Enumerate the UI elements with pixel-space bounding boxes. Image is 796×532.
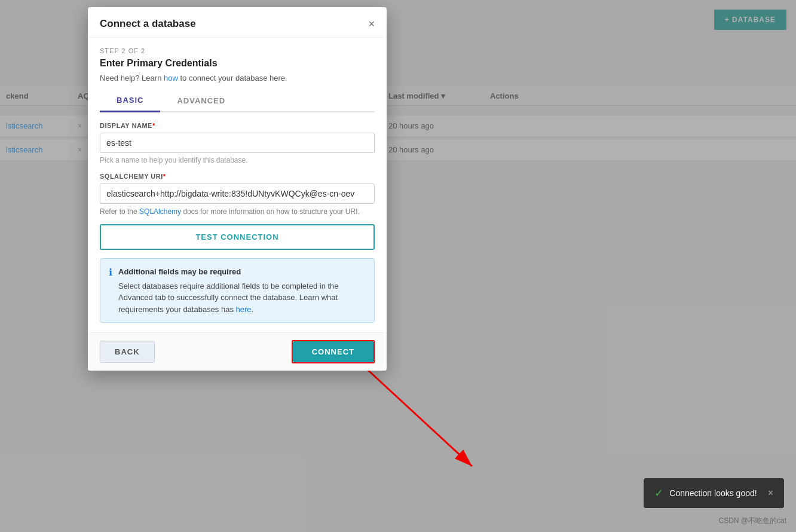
modal-title: Connect a database — [100, 18, 196, 30]
info-title: Additional fields may be required — [118, 266, 366, 278]
modal-header: Connect a database × — [88, 7, 387, 38]
modal-tabs: BASIC ADVANCED — [100, 90, 375, 112]
info-content: Additional fields may be required Select… — [118, 266, 366, 315]
sqlalchemy-docs-link[interactable]: SQLAlchemy — [139, 207, 181, 216]
toast-check-icon: ✓ — [654, 487, 663, 500]
help-text: Need help? Learn how to connect your dat… — [100, 74, 375, 82]
display-name-label: DISPLAY NAME* — [100, 122, 375, 129]
display-name-hint: Pick a name to help you identify this da… — [100, 156, 375, 164]
help-text-suffix: to connect your database here. — [178, 74, 287, 82]
info-icon: ℹ — [109, 267, 112, 315]
info-text-prefix: Select databases require additional fiel… — [118, 282, 339, 314]
help-link[interactable]: how — [164, 74, 178, 82]
display-name-input[interactable] — [100, 133, 375, 153]
toast-message: Connection looks good! — [669, 488, 757, 498]
modal-body: STEP 2 OF 2 Enter Primary Credentials Ne… — [88, 38, 387, 323]
test-connection-button[interactable]: TEST CONNECTION — [100, 224, 375, 250]
back-button[interactable]: BACK — [100, 341, 155, 363]
info-box: ℹ Additional fields may be required Sele… — [100, 258, 375, 323]
connect-button[interactable]: CONNECT — [293, 341, 373, 362]
info-here-link[interactable]: here — [236, 305, 252, 314]
help-text-prefix: Need help? Learn — [100, 74, 164, 82]
sqlalchemy-uri-label: SQLALCHEMY URI* — [100, 173, 375, 180]
modal-close-button[interactable]: × — [368, 19, 375, 29]
toast-close-button[interactable]: × — [768, 488, 773, 499]
modal-footer: BACK CONNECT — [88, 332, 387, 371]
connect-btn-wrapper: CONNECT — [292, 340, 375, 363]
sqlalchemy-hint: Refer to the SQLAlchemy docs for more in… — [100, 207, 375, 216]
tab-basic[interactable]: BASIC — [100, 90, 160, 112]
tab-advanced[interactable]: ADVANCED — [160, 90, 242, 111]
section-title: Enter Primary Credentials — [100, 58, 375, 69]
step-label: STEP 2 OF 2 — [100, 47, 375, 54]
connect-database-modal: Connect a database × STEP 2 OF 2 Enter P… — [88, 7, 387, 371]
info-text-suffix: . — [252, 305, 254, 314]
toast-notification: ✓ Connection looks good! × — [644, 478, 784, 508]
sqlalchemy-uri-input[interactable] — [100, 184, 375, 204]
required-marker: * — [152, 122, 155, 129]
required-marker: * — [163, 173, 166, 180]
